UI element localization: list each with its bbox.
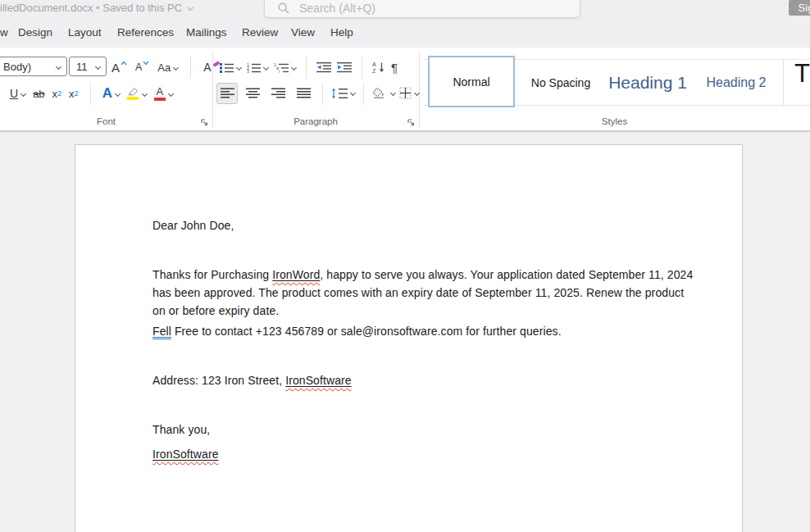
font-color-button[interactable]: A (154, 86, 173, 101)
chevron-down-icon[interactable] (56, 63, 61, 69)
sign-in-button[interactable]: Sig (789, 0, 810, 16)
tab-references[interactable]: References (117, 18, 174, 47)
line-spacing-button[interactable] (331, 88, 355, 99)
document-page[interactable]: Dear John Doe, Thanks for Purchasing Iro… (75, 144, 743, 532)
borders-button[interactable] (399, 87, 419, 99)
line-spacing-icon (331, 88, 348, 99)
clear-formatting-button[interactable]: A (203, 61, 219, 74)
style-normal[interactable]: Normal (428, 56, 515, 107)
divider (362, 56, 362, 79)
justify-button[interactable] (293, 83, 314, 104)
divider (783, 59, 784, 106)
change-case-glyph: Aa (157, 61, 171, 74)
font-name-value: Body) (3, 61, 31, 73)
misspelled-word[interactable]: IronSoftware (152, 448, 219, 461)
bullets-button[interactable] (220, 62, 241, 73)
doc-line[interactable]: Thank you, (152, 423, 210, 436)
chevron-down-icon[interactable] (390, 90, 396, 96)
style-title-partial[interactable]: T (794, 59, 810, 89)
document-area[interactable]: Dear John Doe, Thanks for Purchasing Iro… (0, 131, 810, 532)
ribbon: Body) 11 A A Aa A U ab x2 x2 A (0, 47, 810, 131)
misspelled-word[interactable]: IronWord (272, 268, 320, 281)
chevron-down-icon[interactable] (20, 90, 26, 96)
chevron-down-icon[interactable] (142, 90, 148, 96)
sort-button[interactable]: AZ (372, 61, 385, 73)
superscript-button[interactable]: x2 (69, 88, 79, 100)
align-right-icon (271, 88, 285, 98)
numbering-button[interactable]: 123 (247, 62, 268, 73)
highlight-color-button[interactable] (127, 87, 147, 100)
borders-icon (399, 87, 412, 99)
underline-button[interactable]: U (10, 87, 25, 100)
align-center-button[interactable] (242, 83, 263, 104)
save-status[interactable]: Saved to this PC (102, 2, 182, 14)
shrink-font-button[interactable]: A (135, 61, 149, 73)
svg-text:3: 3 (247, 69, 249, 73)
tab-design[interactable]: Design (18, 18, 52, 47)
search-placeholder: Search (Alt+Q) (299, 2, 375, 15)
multilevel-list-button[interactable]: 1ai (274, 62, 296, 73)
font-size-combobox[interactable]: 11 (69, 57, 107, 76)
doc-text: , happy to serve you always. Your applic… (320, 268, 693, 281)
ribbon-tab-row: w Design Layout References Mailings Revi… (0, 18, 810, 47)
doc-line[interactable]: Address: 123 Iron Street, IronSoftware (152, 374, 352, 387)
style-heading-2[interactable]: Heading 2 (693, 59, 780, 106)
paragraph-dialog-launcher[interactable] (407, 118, 416, 127)
doc-line[interactable]: Fell Free to contact +123 456789 or sale… (152, 325, 562, 338)
increase-indent-button[interactable] (337, 61, 352, 73)
doc-text: Address: 123 Iron Street, (152, 374, 285, 387)
tab-view[interactable]: View (291, 18, 315, 47)
tab-mailings[interactable]: Mailings (186, 18, 227, 47)
chevron-down-icon[interactable] (263, 64, 269, 70)
grow-font-glyph: A (111, 61, 120, 75)
font-dialog-launcher[interactable] (200, 118, 209, 127)
chevron-down-icon[interactable] (115, 90, 121, 96)
styles-group-label: Styles (419, 116, 810, 126)
show-formatting-marks-button[interactable]: ¶ (391, 61, 398, 75)
doc-text: Free to contact +123 456789 or sale@iron… (171, 325, 562, 338)
chevron-down-icon[interactable] (95, 63, 101, 69)
align-left-button[interactable] (216, 83, 238, 104)
doc-text: IronWord (272, 268, 320, 281)
chevron-down-icon[interactable] (350, 90, 356, 96)
chevron-down-icon[interactable] (168, 90, 174, 96)
shading-button[interactable] (372, 87, 395, 99)
chevron-down-icon[interactable] (236, 64, 242, 70)
strikethrough-button[interactable]: ab (33, 88, 44, 100)
svg-text:i: i (279, 69, 280, 73)
paragraph-group-label: Paragraph (212, 116, 419, 126)
paint-bucket-icon (372, 87, 388, 99)
tab-draw-partial[interactable]: w (0, 18, 8, 47)
doc-line[interactable]: has been approved. The product comes wit… (152, 286, 684, 299)
doc-text: Dear John Doe, (152, 219, 234, 232)
doc-line[interactable]: IronSoftware (152, 448, 219, 461)
doc-line[interactable]: Thanks for Purchasing IronWord, happy to… (152, 268, 693, 281)
pilcrow-glyph: ¶ (391, 61, 398, 75)
grammar-flagged-word[interactable]: Fell (152, 325, 171, 338)
increase-indent-icon (337, 61, 352, 73)
font-name-combobox[interactable]: Body) (0, 57, 67, 76)
change-case-button[interactable]: Aa (157, 61, 178, 74)
tab-layout[interactable]: Layout (68, 18, 102, 47)
search-input[interactable]: Search (Alt+Q) (264, 0, 580, 18)
doc-text: has been approved. The product comes wit… (152, 286, 684, 299)
misspelled-word[interactable]: IronSoftware (285, 374, 352, 387)
sort-a-glyph: A (372, 61, 376, 67)
doc-line[interactable]: on or before expiry date. (152, 304, 279, 317)
style-no-spacing[interactable]: No Spacing (521, 59, 600, 106)
chevron-down-icon[interactable] (414, 90, 420, 96)
chevron-down-icon[interactable] (291, 64, 297, 70)
grow-font-button[interactable]: A (111, 61, 127, 75)
highlighter-pen-icon (127, 87, 139, 96)
text-effects-button[interactable]: A (102, 85, 120, 102)
tab-review[interactable]: Review (242, 18, 278, 47)
align-right-button[interactable] (267, 83, 289, 104)
font-group-label: Font (0, 116, 212, 126)
subscript-button[interactable]: x2 (52, 88, 62, 100)
numbered-list-icon: 123 (247, 62, 261, 73)
doc-line[interactable]: Dear John Doe, (152, 219, 234, 232)
chevron-down-icon[interactable] (187, 4, 193, 11)
style-heading-1[interactable]: Heading 1 (603, 59, 693, 106)
tab-help[interactable]: Help (330, 18, 353, 47)
decrease-indent-button[interactable] (316, 61, 331, 73)
